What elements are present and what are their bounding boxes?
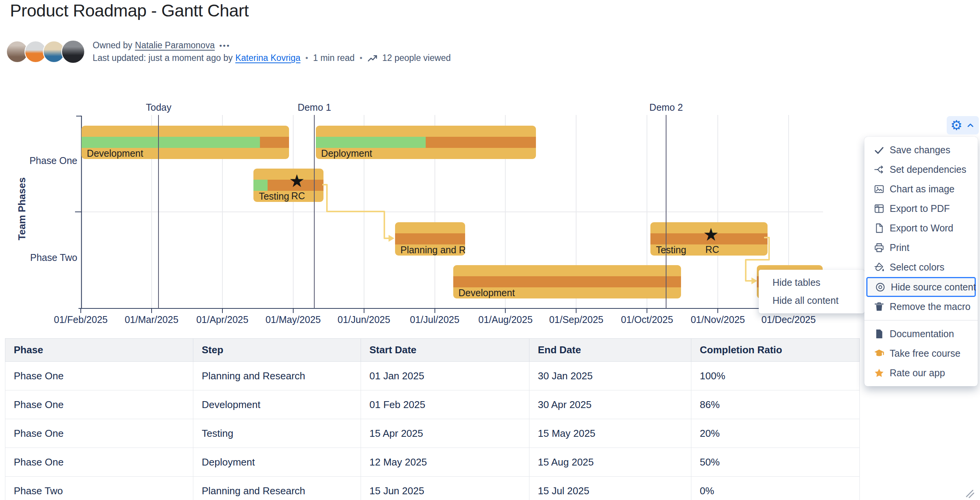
bar-label: Testing <box>259 191 289 202</box>
bar-progress-track <box>82 137 289 148</box>
menu-item-print[interactable]: Print <box>864 238 978 257</box>
table-cell: Phase One <box>5 362 193 390</box>
column-header-step: Step <box>193 339 361 362</box>
gridline <box>293 115 294 308</box>
column-header-start-date: Start Date <box>361 339 529 362</box>
table-cell: 01 Jan 2025 <box>361 362 529 390</box>
menu-item-export-to-pdf[interactable]: Export to PDF <box>864 199 978 218</box>
gantt-bar-phase-one-testing[interactable]: Testing★RC <box>253 169 323 202</box>
resize-handle-icon[interactable] <box>965 489 975 500</box>
menu-item-label: Export to Word <box>890 223 953 234</box>
gantt-bar-phase-two-planning-and-r[interactable]: Planning and R... <box>395 222 465 256</box>
settings-button[interactable]: ⚙ <box>947 116 979 134</box>
table-cell: 30 Apr 2025 <box>529 390 691 419</box>
paint-icon <box>874 262 885 273</box>
menu-item-label: Save changes <box>890 144 950 156</box>
axis-tick <box>576 309 577 313</box>
table-row: Phase OneTesting15 Apr 202515 May 202520… <box>5 419 860 448</box>
gantt-bar-phase-two-testing[interactable]: Testing★RC <box>650 222 767 256</box>
submenu-item-hide-all-content[interactable]: Hide all content <box>759 292 864 310</box>
avatar[interactable] <box>61 40 85 64</box>
bar-label: Deployment <box>321 148 372 159</box>
milestone-star-icon[interactable]: ★ <box>703 225 719 244</box>
x-tick-label: 01/Sep/2025 <box>540 314 612 325</box>
phase-divider-gridline <box>82 211 823 212</box>
owned-by-line: Owned by Natalie Paramonova ••• <box>93 39 451 52</box>
menu-item-hide-source-content[interactable]: Hide source content <box>866 277 976 297</box>
table-cell: 15 Apr 2025 <box>361 419 529 448</box>
table-cell: 12 May 2025 <box>361 448 529 477</box>
trend-up-icon <box>367 53 379 63</box>
table-cell: 01 Feb 2025 <box>361 390 529 419</box>
menu-item-chart-as-image[interactable]: Chart as image <box>864 179 978 199</box>
gantt-bar-phase-two-development[interactable]: Development <box>453 265 681 298</box>
gantt-bar-phase-one-development[interactable]: Development <box>82 126 289 159</box>
table-cell: 20% <box>691 419 860 448</box>
byline: Owned by Natalie Paramonova ••• Last upd… <box>6 39 451 64</box>
y-axis-cap <box>76 116 82 116</box>
menu-item-label: Rate our app <box>890 367 945 379</box>
check-icon <box>874 144 885 156</box>
owned-by-label: Owned by <box>93 39 132 52</box>
milestone-star-icon[interactable]: ★ <box>289 172 305 190</box>
axis-tick <box>80 309 81 313</box>
submenu-item-hide-tables[interactable]: Hide tables <box>759 274 864 292</box>
axis-tick <box>647 309 647 313</box>
menu-item-take-free-course[interactable]: Take free course <box>864 344 978 363</box>
x-tick-label: 01/Apr/2025 <box>186 314 259 325</box>
chevron-up-icon <box>966 121 975 129</box>
column-header-phase: Phase <box>5 339 193 362</box>
table-cell: Phase One <box>5 390 193 419</box>
hide-source-submenu: Hide tablesHide all content <box>759 270 864 313</box>
x-tick-label: 01/Dec/2025 <box>752 314 825 325</box>
axis-tick <box>222 309 223 313</box>
bar-label: Planning and R... <box>400 244 465 256</box>
page-title: Product Roadmap - Gantt Chart <box>10 1 249 21</box>
menu-item-select-colors[interactable]: Select colors <box>864 257 978 277</box>
marker-line-today <box>158 115 159 308</box>
updated-by-link[interactable]: Katerina Kovriga <box>235 52 301 64</box>
milestone-label: RC <box>286 190 310 202</box>
menu-item-label: Documentation <box>890 328 954 339</box>
trash-icon <box>874 301 885 312</box>
bar-progress-track <box>395 233 465 244</box>
menu-item-rate-our-app[interactable]: Rate our app <box>864 363 978 383</box>
table-cell: Phase Two <box>5 477 193 500</box>
gantt-bar-phase-one-deployment[interactable]: Deployment <box>316 126 536 159</box>
last-updated-label: Last updated: just a moment ago by <box>93 52 233 64</box>
table-cell: 86% <box>691 390 860 419</box>
menu-item-set-dependencies[interactable]: Set dependencies <box>864 160 978 179</box>
settings-menu: Save changesSet dependenciesChart as ima… <box>864 137 978 386</box>
table-cell: 15 Jun 2025 <box>361 477 529 500</box>
table-cell: 0% <box>691 477 860 500</box>
bar-progress-track <box>316 137 536 148</box>
x-tick-label: 01/Oct/2025 <box>611 314 683 325</box>
menu-divider <box>864 320 978 321</box>
table-cell: 50% <box>691 448 860 477</box>
x-tick-label: 01/Jun/2025 <box>328 314 400 325</box>
menu-item-export-to-word[interactable]: Export to Word <box>864 218 978 238</box>
menu-item-save-changes[interactable]: Save changes <box>864 140 978 160</box>
bar-progress-done <box>253 180 268 191</box>
more-options-button[interactable]: ••• <box>219 39 230 52</box>
y-axis-mid-tick <box>75 211 82 212</box>
menu-item-remove-the-macro[interactable]: Remove the macro <box>864 297 978 316</box>
column-header-completion-ratio: Completion Ratio <box>691 339 860 362</box>
dependencies-icon <box>874 164 885 175</box>
source-table: PhaseStepStart DateEnd DateCompletion Ra… <box>5 338 860 500</box>
bar-progress-track <box>453 276 681 287</box>
table-header-row: PhaseStepStart DateEnd DateCompletion Ra… <box>5 339 860 362</box>
menu-item-documentation[interactable]: Documentation <box>864 324 978 344</box>
image-icon <box>874 184 885 195</box>
row-label-phase-one: Phase One <box>5 155 77 166</box>
views-count[interactable]: 12 people viewed <box>382 52 451 64</box>
bar-label: Development <box>87 148 143 159</box>
x-tick-label: 01/Aug/2025 <box>469 314 542 325</box>
avatar-group <box>6 40 85 64</box>
owner-link[interactable]: Natalie Paramonova <box>135 39 215 52</box>
menu-item-label: Set dependencies <box>890 164 966 175</box>
gear-icon: ⚙ <box>951 119 962 132</box>
menu-item-label: Chart as image <box>890 184 955 195</box>
target-icon <box>875 282 886 293</box>
axis-tick <box>364 309 364 313</box>
